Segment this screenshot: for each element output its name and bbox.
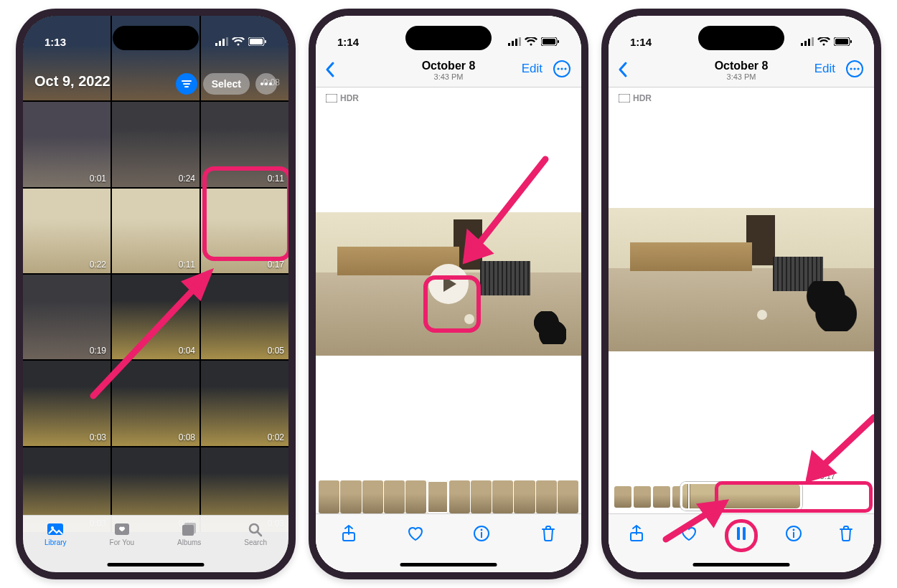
svg-rect-40 (812, 37, 814, 46)
thumb-5[interactable]: 0:11 (201, 102, 288, 186)
home-indicator[interactable] (693, 563, 790, 566)
favorite-button[interactable] (406, 524, 425, 543)
video-scrubber[interactable] (680, 482, 802, 511)
svg-rect-2 (222, 39, 225, 46)
tab-albums[interactable]: Albums (177, 521, 201, 546)
svg-rect-0 (215, 43, 217, 46)
share-button[interactable] (339, 524, 358, 543)
video-viewport[interactable] (609, 87, 874, 472)
svg-rect-1 (219, 41, 221, 46)
playhead[interactable] (688, 482, 690, 511)
nav-subtitle: 3:43 PM (715, 72, 769, 81)
more-button[interactable] (845, 60, 864, 78)
svg-rect-51 (743, 527, 746, 540)
svg-rect-30 (326, 94, 337, 103)
back-button[interactable] (324, 61, 336, 78)
tab-label: Search (244, 539, 267, 546)
share-button[interactable] (627, 524, 646, 543)
status-time: 1:14 (337, 36, 359, 48)
dynamic-island (698, 26, 784, 50)
tab-search[interactable]: Search (244, 521, 267, 546)
svg-line-16 (258, 532, 261, 536)
battery-icon (541, 37, 560, 46)
info-button[interactable] (472, 524, 491, 543)
info-button[interactable] (784, 524, 803, 543)
home-indicator[interactable] (400, 563, 497, 566)
svg-rect-24 (543, 39, 555, 44)
tab-label: Library (44, 539, 67, 546)
thumb-11[interactable]: 0:05 (201, 275, 288, 359)
svg-rect-48 (619, 94, 630, 103)
delete-button[interactable] (539, 524, 558, 543)
wifi-icon (817, 37, 830, 46)
status-time: 1:13 (44, 36, 66, 48)
battery-icon (834, 37, 853, 46)
svg-rect-19 (508, 43, 510, 46)
thumb-3[interactable]: 0:01 (23, 102, 111, 186)
svg-rect-22 (519, 37, 521, 46)
thumb-14[interactable]: 0:02 (201, 361, 288, 445)
tab-library[interactable]: Library (44, 521, 67, 546)
home-indicator[interactable] (108, 563, 205, 566)
thumb-8[interactable]: 0:17 (201, 189, 288, 273)
svg-point-29 (564, 67, 566, 70)
cellular-icon (508, 37, 521, 46)
more-button[interactable] (553, 60, 571, 78)
phone-detail-paused: 1:14 October 8 3:43 PM (309, 9, 588, 579)
svg-point-45 (850, 67, 852, 70)
phone-library: 1:13 0:01 0:24 0:11 0:22 0:11 0: (16, 9, 296, 579)
svg-rect-21 (515, 39, 517, 46)
dynamic-island (113, 26, 199, 50)
tab-label: For You (110, 539, 134, 546)
pause-button[interactable] (732, 524, 751, 543)
svg-rect-50 (737, 527, 740, 540)
thumb-9[interactable]: 0:19 (23, 275, 111, 359)
filter-button[interactable] (176, 73, 197, 95)
svg-rect-25 (558, 40, 559, 43)
wifi-icon (232, 37, 245, 46)
cellular-icon (215, 37, 228, 46)
back-button[interactable] (617, 61, 629, 78)
thumb-7[interactable]: 0:11 (112, 189, 199, 273)
thumb-13[interactable]: 0:08 (112, 361, 199, 445)
hdr-badge: HDR (326, 93, 359, 103)
svg-rect-5 (250, 39, 263, 44)
svg-rect-38 (804, 41, 807, 46)
thumb-4[interactable]: 0:24 (112, 102, 199, 186)
svg-point-33 (481, 529, 483, 531)
svg-rect-37 (801, 43, 803, 46)
time-remaining: -00:17 (813, 472, 835, 480)
thumb-6[interactable]: 0:22 (23, 189, 111, 273)
svg-rect-3 (226, 37, 228, 46)
battery-icon (248, 37, 267, 46)
status-time: 1:14 (630, 36, 652, 48)
svg-rect-54 (793, 532, 794, 538)
edit-button[interactable]: Edit (522, 62, 543, 76)
play-button[interactable] (428, 264, 469, 304)
svg-point-28 (560, 67, 563, 70)
phone-detail-playing: 1:14 October 8 3:43 PM (601, 9, 881, 579)
svg-rect-42 (835, 39, 848, 44)
svg-rect-43 (850, 40, 852, 43)
tab-label: Albums (177, 539, 201, 546)
thumbnail-strip[interactable] (316, 480, 581, 513)
select-button[interactable]: Select (203, 73, 250, 95)
video-viewport[interactable] (316, 87, 581, 480)
thumb-10[interactable]: 0:04 (112, 275, 199, 359)
wifi-icon (525, 37, 537, 46)
library-date-header: Oct 9, 2022 (34, 73, 111, 90)
thumb-12[interactable]: 0:03 (23, 361, 111, 445)
svg-point-47 (857, 67, 859, 70)
edit-button[interactable]: Edit (814, 62, 835, 76)
nav-title: October 8 (715, 60, 769, 72)
svg-rect-14 (182, 525, 194, 536)
svg-rect-39 (808, 39, 810, 46)
svg-rect-6 (265, 40, 266, 43)
svg-point-27 (557, 67, 559, 70)
svg-point-53 (793, 529, 795, 531)
svg-rect-34 (481, 532, 482, 538)
nav-title: October 8 (422, 60, 476, 72)
tab-foryou[interactable]: For You (110, 521, 134, 546)
favorite-button[interactable] (680, 524, 698, 543)
delete-button[interactable] (837, 524, 855, 543)
